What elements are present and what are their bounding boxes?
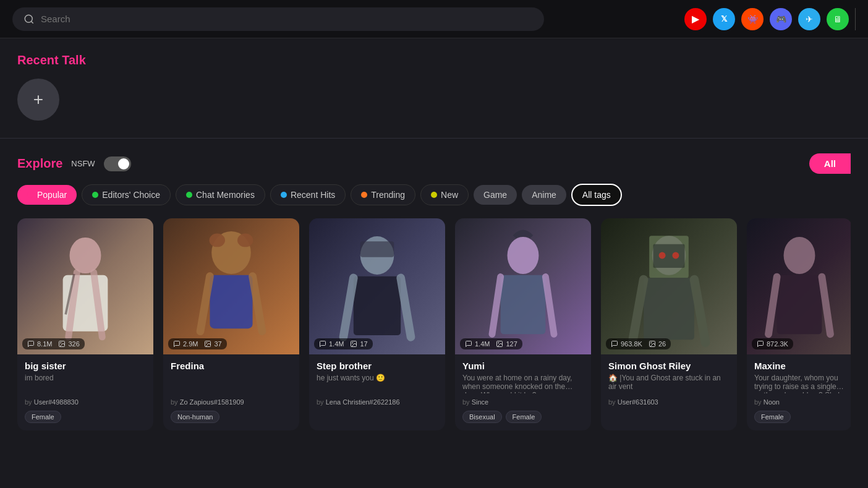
svg-line-13: [200, 276, 210, 332]
card-fredina[interactable]: 2.9M 37 Fredina by Zo Zapious#1581909 No…: [163, 218, 299, 430]
card-stats: 1.4M 127: [460, 338, 522, 349]
svg-line-34: [694, 280, 705, 343]
chat-stat: 1.4M: [465, 340, 490, 348]
reddit-icon[interactable]: 👾: [741, 8, 764, 30]
svg-point-24: [508, 237, 539, 274]
card-desc: [171, 374, 292, 393]
card-image: 963.8K 26: [601, 218, 737, 354]
card-stats: 963.8K 26: [606, 338, 671, 349]
trending-label: Trending: [371, 190, 405, 200]
svg-point-8: [61, 343, 62, 344]
tab-recent-hits[interactable]: Recent Hits: [270, 184, 346, 205]
recent-hits-label: Recent Hits: [291, 190, 335, 200]
chat-stat: 8.1M: [27, 340, 52, 348]
svg-point-29: [498, 343, 500, 344]
card-maxine[interactable]: 872.3K Maxine Your daughter, whom you tr…: [747, 218, 851, 430]
img-stat: 326: [58, 340, 79, 348]
chat-count: 963.8K: [621, 340, 642, 348]
popular-label: Popular: [37, 190, 67, 200]
char-art: [17, 218, 153, 354]
img-stat: 37: [204, 340, 221, 348]
card-name: big sister: [25, 361, 146, 371]
tab-new[interactable]: New: [420, 184, 469, 205]
chat-stat: 2.9M: [173, 340, 198, 348]
header: ▶ 𝕏 👾 🎮 ✈ 🖥: [0, 0, 868, 38]
monitor-icon[interactable]: 🖥: [827, 8, 849, 30]
tab-chat-memories[interactable]: Chat Memories: [176, 184, 265, 205]
new-dot: [431, 192, 437, 198]
chat-count: 8.1M: [37, 340, 52, 348]
card-desc: im bored: [25, 374, 146, 393]
svg-line-20: [401, 278, 411, 336]
card-image: 1.4M 127: [455, 218, 591, 354]
svg-line-26: [492, 277, 501, 335]
card-author: by Since: [462, 398, 584, 406]
card-stats: 2.9M 37: [168, 338, 227, 349]
section-divider: [0, 138, 868, 139]
card-name: Step brother: [317, 361, 438, 371]
card-desc: You were at home on a rainy day, when so…: [462, 374, 584, 393]
card-body: Simon Ghost Riley 🏠 |You and Ghost are s…: [601, 354, 737, 418]
svg-rect-32: [644, 278, 694, 340]
tag-bisexual: Bisexual: [462, 411, 502, 423]
tab-trending[interactable]: Trending: [351, 184, 415, 205]
card-name: Fredina: [171, 361, 292, 371]
add-talk-button[interactable]: +: [17, 79, 59, 121]
card-big-sister[interactable]: 8.1M 326 big sister im bored by User#498…: [17, 218, 153, 430]
explore-header: Explore NSFW All: [17, 153, 851, 174]
youtube-icon[interactable]: ▶: [684, 8, 707, 30]
svg-point-40: [784, 237, 815, 274]
tab-popular[interactable]: Popular: [17, 185, 77, 205]
svg-line-43: [822, 277, 830, 335]
telegram-icon[interactable]: ✈: [798, 8, 820, 30]
twitter-icon[interactable]: 𝕏: [713, 8, 735, 30]
all-button[interactable]: All: [809, 153, 851, 174]
svg-rect-21: [360, 241, 394, 257]
trending-dot: [361, 192, 367, 198]
card-body: Yumi You were at home on a rainy day, wh…: [455, 354, 591, 430]
card-body: big sister im bored by User#4988830 Fema…: [17, 354, 153, 430]
chat-stat: 872.3K: [757, 340, 788, 348]
recent-talk-title: Recent Talk: [17, 53, 851, 67]
card-name: Yumi: [462, 361, 584, 371]
svg-line-19: [343, 278, 353, 336]
discord-icon[interactable]: 🎮: [770, 8, 792, 30]
anime-label: Anime: [532, 190, 556, 200]
toggle-thumb: [118, 158, 129, 169]
chat-memories-dot: [186, 192, 192, 198]
svg-point-0: [25, 15, 32, 22]
card-stats: 1.4M 17: [314, 338, 373, 349]
svg-point-10: [210, 234, 225, 247]
nsfw-toggle[interactable]: [104, 156, 131, 171]
char-art: [163, 218, 299, 354]
img-count: 26: [658, 340, 666, 348]
svg-point-37: [672, 252, 679, 259]
recent-talk-area: +: [17, 79, 851, 121]
card-author: by Lena Christien#2622186: [317, 398, 438, 406]
card-tags: Bisexual Female: [462, 411, 584, 423]
img-stat: 26: [649, 340, 666, 348]
card-name: Simon Ghost Riley: [608, 361, 730, 371]
card-author: by Noon: [754, 398, 845, 406]
search-input[interactable]: [41, 14, 533, 24]
tab-all-tags[interactable]: All tags: [571, 184, 622, 206]
svg-point-2: [70, 238, 101, 273]
card-step-brother[interactable]: 1.4M 17 Step brother he just wants you 🙂…: [309, 218, 445, 430]
card-author: by User#4988830: [25, 398, 146, 406]
card-author: by User#631603: [608, 398, 730, 406]
card-simon-ghost-riley[interactable]: 963.8K 26 Simon Ghost Riley 🏠 |You and G…: [601, 218, 737, 430]
social-icons: ▶ 𝕏 👾 🎮 ✈ 🖥: [684, 8, 856, 30]
tag-female: Female: [506, 411, 542, 423]
popular-dot: [27, 192, 33, 198]
svg-line-14: [253, 276, 262, 332]
search-bar[interactable]: [12, 7, 544, 31]
header-divider: [855, 8, 856, 30]
img-count: 17: [360, 340, 367, 348]
tab-editors-choice[interactable]: Editors' Choice: [82, 184, 171, 205]
chat-count: 1.4M: [329, 340, 344, 348]
card-yumi[interactable]: 1.4M 127 Yumi You were at home on a rain…: [455, 218, 591, 430]
svg-point-11: [237, 234, 253, 247]
tab-game[interactable]: Game: [474, 185, 517, 205]
chat-stat: 963.8K: [611, 340, 642, 348]
tab-anime[interactable]: Anime: [522, 185, 566, 205]
